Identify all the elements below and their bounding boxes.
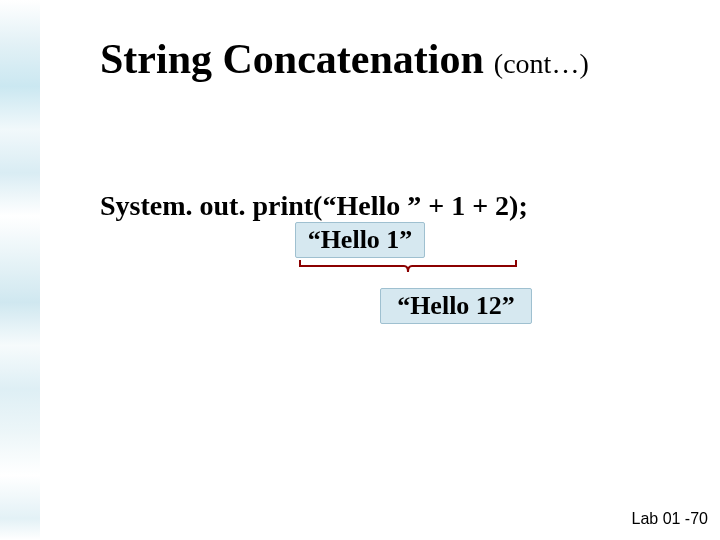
title-continuation: (cont…): [494, 48, 589, 79]
decorative-left-strip: [0, 0, 40, 540]
final-result: “Hello 12”: [397, 291, 515, 321]
intermediate-result-1: “Hello 1”: [308, 225, 413, 255]
final-result-box: “Hello 12”: [380, 288, 532, 324]
code-expression: System. out. print(“Hello ” + 1 + 2);: [100, 190, 528, 222]
slide-title: String Concatenation (cont…): [100, 35, 589, 83]
slide-footer: Lab 01 -70: [631, 510, 708, 528]
intermediate-result-box-1: “Hello 1”: [295, 222, 425, 258]
brace-icon: [298, 258, 518, 274]
title-main: String Concatenation: [100, 36, 484, 82]
